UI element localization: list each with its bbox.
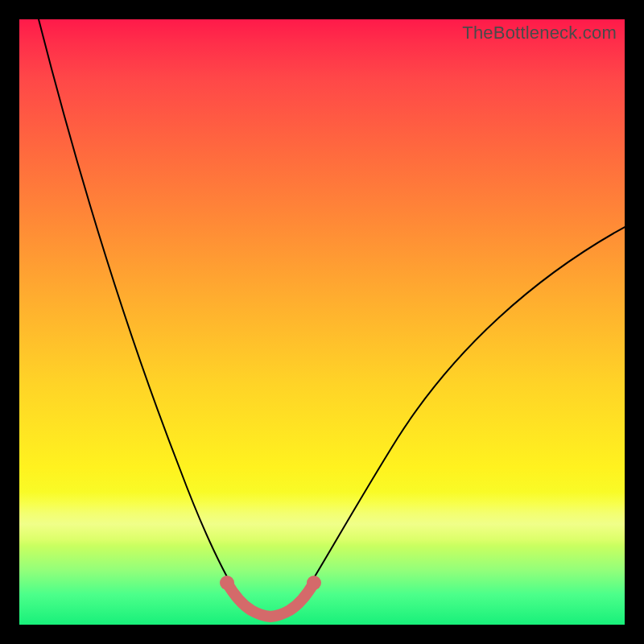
trough-dot-left xyxy=(220,576,234,590)
chart-frame: TheBottleneck.com xyxy=(19,19,625,625)
trough-highlight xyxy=(227,583,314,617)
curve-left xyxy=(39,19,241,601)
chart-svg xyxy=(19,19,625,625)
trough-dot-right xyxy=(307,576,321,590)
curve-right xyxy=(300,227,625,601)
